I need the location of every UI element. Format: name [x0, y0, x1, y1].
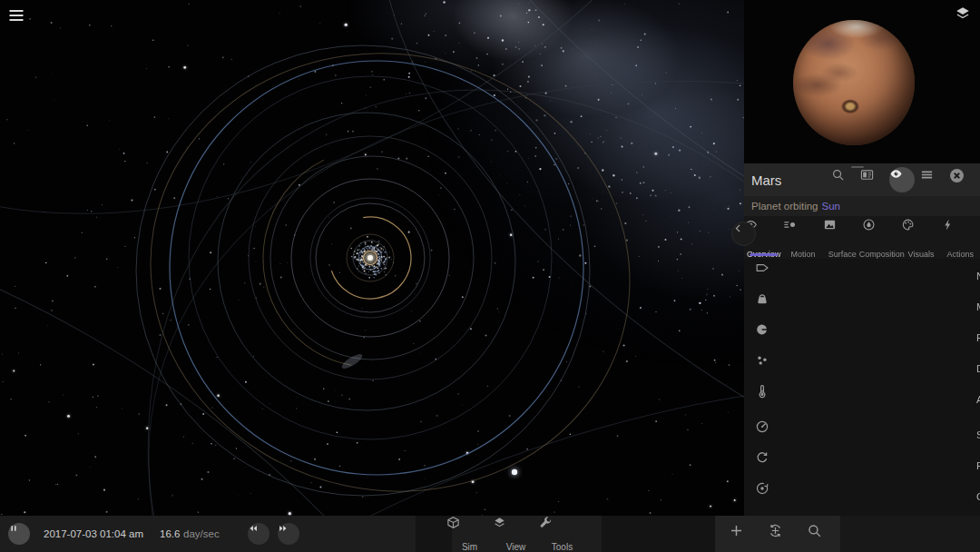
bottom-toolbar: 2017-07-03 01:04 am 16.6 day/sec Sim Vie… [0, 516, 980, 552]
speed-icon [755, 419, 969, 450]
sim-rate-unit: day/sec [183, 516, 220, 552]
rows-icon [920, 168, 944, 192]
close-icon [949, 168, 973, 192]
mars-planet-image [793, 20, 915, 145]
panel-footer-segment [840, 516, 980, 552]
drag-handle[interactable] [851, 166, 864, 168]
rows-button[interactable] [920, 168, 944, 192]
chevron-left-icon [732, 222, 755, 245]
search-icon [807, 523, 828, 545]
sim-rate-value[interactable]: 16.6 [160, 516, 180, 552]
rotation-icon [755, 450, 969, 481]
panel-tabs: Overview Motion Surface Composition Visu… [744, 216, 980, 259]
panel-header-icons [831, 167, 980, 192]
panel-header: Mars [744, 163, 980, 196]
comet-body [512, 469, 517, 475]
motion-icon [783, 218, 822, 247]
wrench-icon [539, 516, 585, 541]
tab-composition[interactable]: Composition [862, 216, 901, 259]
selection-panel: Mars Planet orbiting Sun Overview Motion… [744, 0, 980, 552]
toolbar-menus: Sim View Tools [446, 516, 585, 552]
tag-icon [755, 261, 969, 291]
menu-view[interactable]: View [493, 516, 539, 552]
property-row-mass: Mass 0.107 M EARTH [744, 291, 980, 322]
tab-surface[interactable]: Surface [823, 216, 862, 259]
follow-view-button[interactable] [768, 523, 789, 545]
visuals-icon [901, 218, 940, 247]
sun-link[interactable]: Sun [822, 201, 840, 212]
info-panel-icon [860, 168, 884, 192]
property-row-radius: Radius 0.532 R EARTH [744, 322, 980, 353]
actions-icon [941, 218, 980, 247]
property-row-avg-temperature: Avg Temperature -102 °C [744, 384, 980, 415]
mass-icon [755, 291, 969, 322]
density-icon [755, 353, 969, 384]
property-row-name: Name Mars [744, 261, 980, 291]
universe-sandbox-app: Mars Planet orbiting Sun Overview Motion… [0, 0, 980, 552]
hamburger-menu-button[interactable] [7, 6, 27, 26]
fast-forward-icon [278, 523, 299, 545]
property-list: Name Mars Mass 0.107 M EARTH Radius 0.53… [744, 261, 980, 552]
rewind-icon [248, 523, 270, 545]
orbit-icon [755, 481, 969, 512]
property-row-density: Density 3.93 g/cm³ [744, 353, 980, 384]
find-button[interactable] [807, 523, 828, 545]
view-layers-button[interactable] [955, 5, 973, 24]
composition-icon [862, 218, 901, 247]
property-row-rotational-period: Rotational Period 1.03 day [744, 450, 980, 481]
tab-actions[interactable]: Actions [941, 216, 980, 259]
property-row-orbital-period: Orbital Period 1.88 year [744, 481, 980, 512]
eye-button[interactable] [889, 167, 915, 192]
view-layers-icon [493, 516, 539, 541]
plus-icon [729, 523, 750, 545]
panel-subtitle: Planet orbiting Sun [744, 196, 980, 216]
menu-sim[interactable]: Sim [446, 516, 493, 552]
selected-body-preview[interactable] [744, 0, 980, 163]
speed-up-button[interactable] [278, 523, 299, 545]
info-panel-button[interactable] [860, 168, 884, 192]
hamburger-icon [7, 6, 27, 26]
collapse-panel-button[interactable] [731, 222, 756, 246]
surface-icon [823, 218, 862, 247]
add-body-button[interactable] [729, 523, 750, 545]
pause-icon [8, 523, 30, 545]
space-viewport[interactable] [0, 0, 744, 516]
pause-button[interactable] [8, 523, 30, 545]
property-row-speed: Speed 22.6 km/s [744, 419, 980, 450]
layers-icon [955, 5, 973, 24]
search-icon [831, 168, 855, 192]
panel-title: Mars [751, 172, 781, 188]
search-button[interactable] [831, 168, 855, 192]
follow-icon [768, 523, 789, 545]
cube-icon [446, 516, 493, 541]
subtitle-text: Planet orbiting [751, 201, 818, 212]
slow-down-button[interactable] [248, 523, 270, 545]
thermometer-icon [755, 384, 969, 415]
eye-icon [889, 167, 915, 192]
orbit-lines [0, 0, 744, 516]
tab-motion[interactable]: Motion [783, 216, 822, 259]
sim-datetime[interactable]: 2017-07-03 01:04 am [44, 516, 143, 552]
close-button[interactable] [949, 168, 973, 192]
radius-icon [755, 322, 969, 353]
tab-visuals[interactable]: Visuals [901, 216, 940, 259]
sun-body [368, 255, 373, 261]
menu-tools[interactable]: Tools [539, 516, 585, 552]
